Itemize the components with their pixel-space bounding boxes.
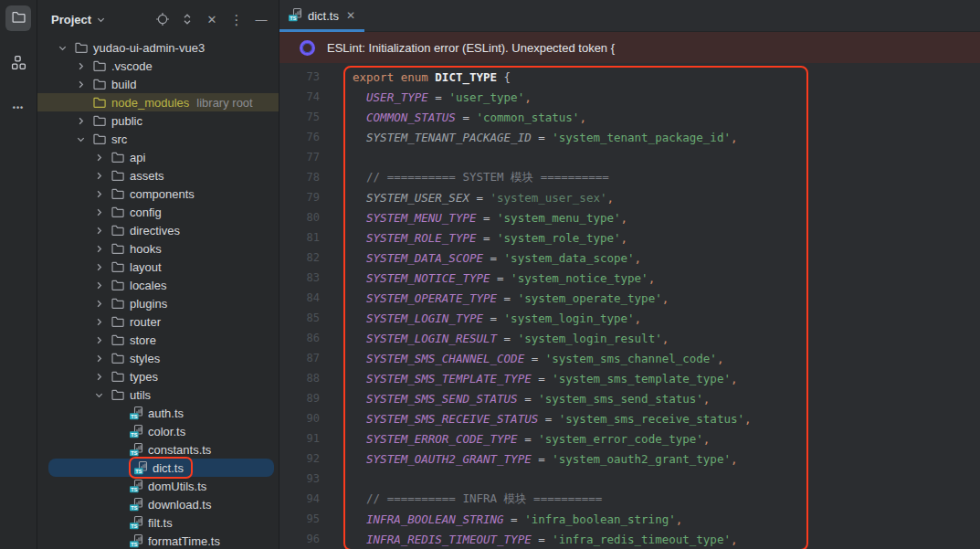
code-token: = [483, 311, 504, 325]
tree-item-yudao-ui-admin-vue3[interactable]: yudao-ui-admin-vue3 [37, 38, 279, 57]
hide-panel-icon[interactable]: — [253, 11, 269, 27]
chevron-right-icon[interactable] [94, 372, 111, 382]
code-line-93[interactable]: 93 [279, 469, 980, 489]
tree-item-constants-ts[interactable]: TS constants.ts [37, 440, 279, 459]
code-line-73[interactable]: 73export enum DICT_TYPE { [279, 67, 980, 87]
tree-item-download-ts[interactable]: TS download.ts [37, 495, 279, 513]
tree-item-components[interactable]: components [37, 185, 279, 203]
chevron-right-icon[interactable] [94, 189, 111, 199]
chevron-right-icon[interactable] [76, 61, 92, 71]
code-line-84[interactable]: 84 SYSTEM_OPERATE_TYPE = 'system_operate… [279, 288, 980, 308]
chevron-right-icon[interactable] [94, 299, 111, 309]
code-line-90[interactable]: 90 SYSTEM_SMS_RECEIVE_STATUS = 'system_s… [279, 408, 980, 428]
chevron-down-icon[interactable] [58, 43, 74, 53]
code-line-86[interactable]: 86 SYSTEM_LOGIN_RESULT = 'system_login_r… [279, 328, 980, 348]
tree-item-public[interactable]: public [37, 111, 279, 130]
tree-item-build[interactable]: build [37, 75, 279, 93]
code-line-85[interactable]: 85 SYSTEM_LOGIN_TYPE = 'system_login_typ… [279, 308, 980, 328]
code-editor[interactable]: 73export enum DICT_TYPE {74 USER_TYPE = … [279, 63, 980, 549]
code-token: SYSTEM_SMS_SEND_STATUS [366, 392, 518, 406]
tree-item--vscode[interactable]: .vscode [37, 57, 279, 75]
code-line-82[interactable]: 82 SYSTEM_DATA_SCOPE = 'system_data_scop… [279, 248, 980, 268]
code-line-92[interactable]: 92 SYSTEM_OAUTH2_GRANT_TYPE = 'system_oa… [279, 449, 980, 469]
tree-item-utils[interactable]: utils [37, 385, 279, 404]
tree-item-styles[interactable]: styles [37, 349, 279, 367]
code-line-94[interactable]: 94 // ========== INFRA 模块 ========== [279, 489, 980, 509]
tree-item-auth-ts[interactable]: TS auth.ts [37, 404, 279, 422]
chevron-right-icon[interactable] [94, 280, 111, 290]
tree-item-types[interactable]: types [37, 367, 279, 385]
tree-item-src[interactable]: src [37, 130, 279, 148]
tree-item-assets[interactable]: assets [37, 166, 279, 185]
close-tab-icon[interactable]: ✕ [346, 9, 355, 22]
svg-text:TS: TS [131, 505, 137, 511]
code-line-88[interactable]: 88 SYSTEM_SMS_TEMPLATE_TYPE = 'system_sm… [279, 368, 980, 388]
tab-dict-ts[interactable]: TS dict.ts ✕ [279, 0, 364, 31]
folder-icon [111, 259, 125, 274]
chevron-right-icon[interactable] [94, 335, 111, 345]
chevron-right-icon[interactable] [76, 79, 92, 90]
tree-item-plugins[interactable]: plugins [37, 294, 279, 312]
code-line-91[interactable]: 91 SYSTEM_ERROR_CODE_TYPE = 'system_erro… [279, 428, 980, 449]
more-tool-windows-button[interactable]: ••• [5, 95, 31, 121]
code-line-95[interactable]: 95 INFRA_BOOLEAN_STRING = 'infra_boolean… [279, 509, 980, 529]
chevron-right-icon[interactable] [94, 244, 111, 254]
tree-item-formattime-ts[interactable]: TS formatTime.ts [37, 532, 279, 549]
structure-tool-button[interactable] [5, 51, 31, 77]
code-line-77[interactable]: 77 [279, 147, 980, 167]
code-line-74[interactable]: 74 USER_TYPE = 'user_type', [279, 87, 980, 107]
code-line-content: SYSTEM_TENANT_PACKAGE_ID = 'system_tenan… [331, 131, 737, 144]
tree-item-label: store [130, 333, 156, 347]
tree-item-filt-ts[interactable]: TS filt.ts [37, 513, 279, 532]
tree-item-router[interactable]: router [37, 312, 279, 331]
code-token: { [497, 70, 511, 84]
chevron-right-icon[interactable] [94, 262, 111, 272]
tree-item-config[interactable]: config [37, 203, 279, 221]
code-line-76[interactable]: 76 SYSTEM_TENANT_PACKAGE_ID = 'system_te… [279, 127, 980, 147]
code-line-96[interactable]: 96 INFRA_REDIS_TIMEOUT_TYPE = 'infra_red… [279, 529, 980, 549]
chevron-down-icon[interactable] [94, 390, 111, 400]
expand-collapse-icon[interactable] [179, 11, 195, 27]
tree-item-label: filt.ts [148, 516, 173, 530]
chevron-right-icon[interactable] [76, 116, 92, 126]
code-token: 'infra_redis_timeout_type' [552, 533, 731, 546]
tree-item-store[interactable]: store [37, 331, 279, 349]
chevron-right-icon[interactable] [94, 354, 111, 364]
options-menu-icon[interactable]: ⋮ [228, 11, 245, 27]
line-number: 87 [279, 352, 331, 364]
project-dropdown[interactable]: Project [51, 13, 106, 26]
editor-area: TS dict.ts ✕ ESLint: Initialization erro… [279, 0, 980, 549]
tree-item-directives[interactable]: directives [37, 221, 279, 239]
tree-item-label: src [111, 132, 127, 146]
code-line-87[interactable]: 87 SYSTEM_SMS_CHANNEL_CODE = 'system_sms… [279, 348, 980, 368]
tree-item-layout[interactable]: layout [37, 258, 279, 276]
collapse-all-icon[interactable]: ✕ [204, 11, 220, 27]
tree-item-dict-ts[interactable]: TS dict.ts [37, 459, 279, 477]
tree-item-domutils-ts[interactable]: TS domUtils.ts [37, 477, 279, 495]
code-token [353, 412, 366, 426]
chevron-right-icon[interactable] [94, 153, 111, 163]
tree-item-label: directives [130, 224, 180, 238]
chevron-right-icon[interactable] [76, 98, 92, 108]
chevron-right-icon[interactable] [94, 317, 111, 327]
chevron-down-icon[interactable] [76, 134, 92, 144]
code-line-83[interactable]: 83 SYSTEM_NOTICE_TYPE = 'system_notice_t… [279, 268, 980, 288]
tree-item-hooks[interactable]: hooks [37, 239, 279, 258]
project-panel-actions: ✕ ⋮ — [154, 11, 269, 27]
locate-file-icon[interactable] [154, 11, 171, 27]
code-line-80[interactable]: 80 SYSTEM_MENU_TYPE = 'system_menu_type'… [279, 207, 980, 227]
code-line-78[interactable]: 78 // ========== SYSTEM 模块 ========== [279, 167, 980, 187]
code-line-89[interactable]: 89 SYSTEM_SMS_SEND_STATUS = 'system_sms_… [279, 388, 980, 408]
tree-item-node-modules[interactable]: node_moduleslibrary root [37, 93, 279, 111]
project-tool-button[interactable] [5, 5, 31, 31]
eslint-icon [300, 40, 315, 56]
tree-item-api[interactable]: api [37, 148, 279, 166]
code-line-75[interactable]: 75 COMMON_STATUS = 'common_status', [279, 107, 980, 127]
chevron-right-icon[interactable] [94, 207, 111, 217]
code-line-81[interactable]: 81 SYSTEM_ROLE_TYPE = 'system_role_type'… [279, 227, 980, 248]
chevron-right-icon[interactable] [94, 226, 111, 236]
tree-item-color-ts[interactable]: TS color.ts [37, 422, 279, 440]
chevron-right-icon[interactable] [94, 171, 111, 181]
code-line-79[interactable]: 79 SYSTEM_USER_SEX = 'system_user_sex', [279, 187, 980, 207]
tree-item-locales[interactable]: locales [37, 276, 279, 294]
